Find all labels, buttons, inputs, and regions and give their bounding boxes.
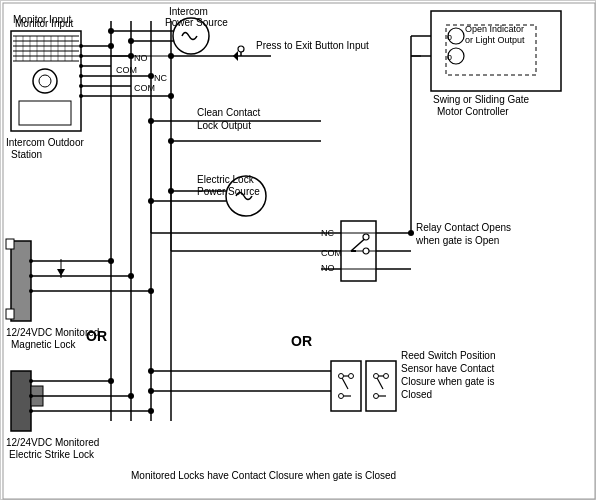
svg-point-81 bbox=[29, 259, 33, 263]
svg-point-53 bbox=[168, 93, 174, 99]
svg-point-27 bbox=[79, 74, 83, 78]
svg-text:Power Source: Power Source bbox=[197, 186, 260, 197]
svg-point-104 bbox=[108, 378, 114, 384]
svg-rect-79 bbox=[6, 309, 14, 319]
svg-point-65 bbox=[168, 53, 174, 59]
svg-text:NC: NC bbox=[154, 73, 167, 83]
svg-point-102 bbox=[29, 409, 33, 413]
svg-text:when gate is Open: when gate is Open bbox=[415, 235, 499, 246]
svg-point-146 bbox=[349, 374, 354, 379]
svg-point-152 bbox=[384, 374, 389, 379]
svg-text:Relay Contact Opens: Relay Contact Opens bbox=[416, 222, 511, 233]
svg-text:Swing or Sliding Gate: Swing or Sliding Gate bbox=[433, 94, 530, 105]
svg-rect-95 bbox=[11, 371, 31, 431]
svg-point-21 bbox=[79, 44, 83, 48]
svg-text:Sensor have Contact: Sensor have Contact bbox=[401, 363, 495, 374]
svg-text:Intercom: Intercom bbox=[169, 6, 208, 17]
svg-point-23 bbox=[79, 54, 83, 58]
svg-text:Reed Switch Position: Reed Switch Position bbox=[401, 350, 496, 361]
svg-text:OR: OR bbox=[291, 333, 312, 349]
svg-point-25 bbox=[79, 64, 83, 68]
svg-text:Intercom Outdoor: Intercom Outdoor bbox=[6, 137, 84, 148]
svg-point-108 bbox=[148, 408, 154, 414]
svg-point-151 bbox=[374, 374, 379, 379]
svg-text:COM: COM bbox=[321, 248, 342, 258]
svg-text:or Light Output: or Light Output bbox=[465, 35, 525, 45]
svg-point-98 bbox=[29, 379, 33, 383]
svg-point-61 bbox=[128, 38, 134, 44]
svg-point-38 bbox=[238, 46, 244, 52]
svg-point-91 bbox=[148, 288, 154, 294]
svg-text:Magnetic Lock: Magnetic Lock bbox=[11, 339, 76, 350]
svg-point-83 bbox=[29, 274, 33, 278]
svg-point-153 bbox=[374, 394, 379, 399]
svg-text:NO: NO bbox=[134, 53, 148, 63]
svg-text:12/24VDC Monitored: 12/24VDC Monitored bbox=[6, 327, 99, 338]
svg-point-100 bbox=[29, 394, 33, 398]
svg-text:COM: COM bbox=[116, 65, 137, 75]
svg-point-29 bbox=[79, 84, 83, 88]
svg-text:Electric Strike Lock: Electric Strike Lock bbox=[9, 449, 95, 460]
svg-text:Power Source: Power Source bbox=[165, 17, 228, 28]
svg-text:Clean Contact: Clean Contact bbox=[197, 107, 261, 118]
svg-text:o: o bbox=[447, 32, 452, 42]
svg-point-87 bbox=[108, 258, 114, 264]
svg-text:12/24VDC Monitored: 12/24VDC Monitored bbox=[6, 437, 99, 448]
svg-text:Motor Controller: Motor Controller bbox=[437, 106, 509, 117]
svg-point-31 bbox=[79, 94, 83, 98]
svg-rect-78 bbox=[6, 239, 14, 249]
svg-point-145 bbox=[339, 374, 344, 379]
svg-text:Closed: Closed bbox=[401, 389, 432, 400]
wiring-diagram: Monitor Input bbox=[0, 0, 596, 500]
svg-text:Station: Station bbox=[11, 149, 42, 160]
svg-point-85 bbox=[29, 289, 33, 293]
svg-point-18 bbox=[39, 75, 51, 87]
svg-point-117 bbox=[363, 234, 369, 240]
svg-point-106 bbox=[128, 393, 134, 399]
svg-rect-19 bbox=[19, 101, 71, 125]
svg-text:o: o bbox=[447, 52, 452, 62]
svg-point-50 bbox=[108, 43, 114, 49]
svg-point-156 bbox=[148, 368, 154, 374]
svg-text:Open Indicator: Open Indicator bbox=[465, 24, 524, 34]
svg-text:Monitor Input: Monitor Input bbox=[13, 14, 72, 25]
svg-point-118 bbox=[363, 248, 369, 254]
svg-point-89 bbox=[128, 273, 134, 279]
svg-text:COM: COM bbox=[134, 83, 155, 93]
svg-text:Lock Output: Lock Output bbox=[197, 120, 251, 131]
svg-text:Electric Lock: Electric Lock bbox=[197, 174, 255, 185]
svg-text:Press to Exit Button Input: Press to Exit Button Input bbox=[256, 40, 369, 51]
svg-point-138 bbox=[408, 230, 414, 236]
svg-point-147 bbox=[339, 394, 344, 399]
svg-point-157 bbox=[148, 388, 154, 394]
svg-point-59 bbox=[108, 28, 114, 34]
svg-text:NO: NO bbox=[321, 263, 335, 273]
svg-text:Closure when gate is: Closure when gate is bbox=[401, 376, 494, 387]
svg-text:Monitored Locks have Contact C: Monitored Locks have Contact Closure whe… bbox=[131, 470, 396, 481]
